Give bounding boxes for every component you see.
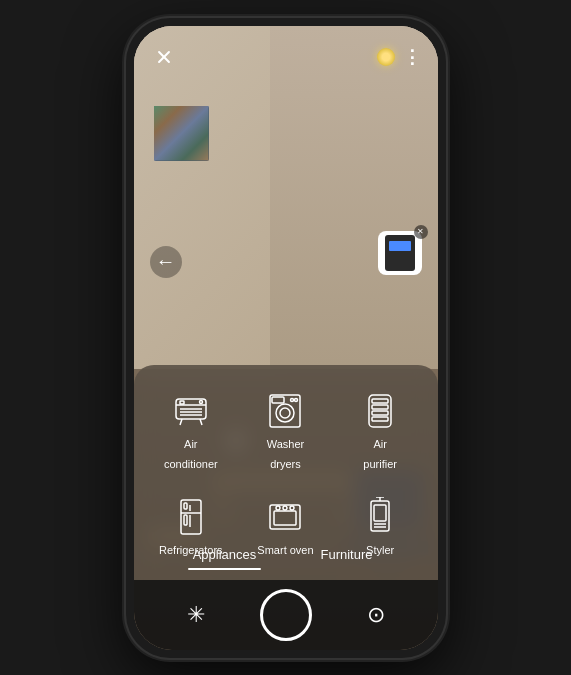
washer-label: Washer [267,437,305,451]
svg-rect-2 [180,401,184,404]
close-button[interactable] [150,43,178,71]
preview-close-button[interactable]: ✕ [414,225,428,239]
svg-rect-16 [372,399,388,403]
preview-popup: ✕ [378,231,422,275]
fridge-icon [170,495,212,537]
svg-rect-18 [372,411,388,415]
ac-icon [170,389,212,431]
svg-rect-27 [274,511,296,525]
ac-label: Air [184,437,197,451]
bottom-bar: ✳ ⊙ [134,580,438,650]
capture-button[interactable] [260,589,312,641]
artwork-inner [154,106,209,161]
svg-rect-19 [372,417,388,421]
settings-button[interactable]: ✳ [176,595,216,635]
svg-rect-25 [184,515,187,525]
light-indicator [377,48,395,66]
oven-icon [264,495,306,537]
svg-rect-17 [372,405,388,409]
svg-point-30 [290,506,294,510]
purifier-icon [359,389,401,431]
purifier-label2: purifier [363,457,397,471]
product-grid: Air conditioner [144,381,428,566]
svg-line-5 [200,419,202,425]
preview-appliance-icon [385,235,415,271]
svg-line-4 [180,419,182,425]
svg-point-28 [276,506,280,510]
ar-back-button[interactable]: ← [150,246,182,278]
top-bar: ⋮ [134,26,438,76]
svg-point-13 [291,398,294,401]
washer-icon [264,389,306,431]
phone-screen: ⋮ ← ✕ [134,26,438,650]
more-button[interactable]: ⋮ [403,46,422,68]
tab-appliances[interactable]: Appliances [164,541,286,568]
washer-label2: dryers [270,457,301,471]
svg-point-14 [295,398,298,401]
svg-point-11 [280,408,290,418]
purifier-label: Air [373,437,386,451]
product-item-air-purifier[interactable]: Air purifier [337,381,424,480]
svg-rect-24 [184,503,187,509]
svg-point-10 [276,404,294,422]
svg-rect-12 [272,397,284,403]
phone-frame: ⋮ ← ✕ [126,18,446,658]
ac-label2: conditioner [164,457,218,471]
svg-point-3 [199,400,202,403]
svg-point-29 [283,506,287,510]
tab-furniture[interactable]: Furniture [286,541,408,568]
search-button[interactable]: ⊙ [356,595,396,635]
artwork [154,106,209,161]
top-right-controls: ⋮ [377,46,422,68]
preview-image[interactable] [378,231,422,275]
styler-icon [359,495,401,537]
product-item-washer-dryers[interactable]: Washer dryers [242,381,329,480]
bottom-tabs: Appliances Furniture [134,541,438,568]
product-item-air-conditioner[interactable]: Air conditioner [148,381,235,480]
svg-rect-34 [374,505,386,521]
